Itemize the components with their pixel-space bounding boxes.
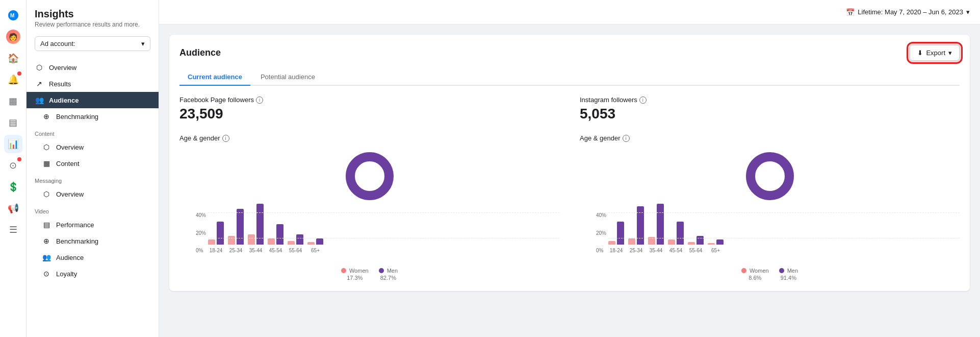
video-benchmarking-icon: ⊕ [42, 237, 51, 245]
facebook-followers-label: Facebook Page followers i [179, 96, 559, 104]
table-icon[interactable]: ▤ [4, 113, 22, 132]
ig-bar-group-25-34: 25-34 [628, 206, 644, 253]
megaphone-icon[interactable]: 📢 [4, 199, 22, 218]
sidebar-item-performance[interactable]: ▤ Performance [27, 216, 159, 233]
bar-label-25-34: 25-34 [229, 248, 243, 253]
loyalty-icon: ⊙ [42, 270, 51, 278]
ig-y-axis-20: 20% [596, 230, 606, 236]
chevron-down-icon: ▾ [948, 49, 952, 57]
dollar-icon[interactable]: 💲 [4, 178, 22, 196]
video-audience-icon: 👥 [42, 253, 51, 261]
sidebar-item-loyalty[interactable]: ⊙ Loyalty [27, 266, 159, 282]
grid-icon[interactable]: ▦ [4, 92, 22, 110]
facebook-followers-value: 23,509 [179, 106, 559, 122]
instagram-followers-value: 5,053 [580, 106, 960, 122]
home-icon[interactable]: 🏠 [4, 49, 22, 67]
svg-text:M: M [10, 13, 14, 18]
bell-icon[interactable]: 🔔 [4, 70, 22, 89]
bar-group-45-54: 45-54 [268, 224, 283, 253]
avatar-icon[interactable]: 🧑 [4, 28, 22, 46]
instagram-age-gender-label: Age & gender i [580, 134, 960, 142]
nav-section-messaging: Messaging ⬡ Overview [27, 174, 159, 202]
sidebar-item-content-overview[interactable]: ⬡ Overview [27, 139, 159, 155]
sidebar-item-benchmarking[interactable]: ⊕ Benchmarking [27, 108, 159, 125]
export-label: Export [926, 49, 945, 57]
facebook-metric: Facebook Page followers i 23,509 [179, 96, 559, 122]
date-range-selector[interactable]: 📅 Lifetime: May 7, 2020 – Jun 6, 2023 ▾ [846, 8, 970, 16]
tab-potential-audience[interactable]: Potential audience [252, 69, 323, 86]
ig-y-axis-0: 0% [596, 248, 606, 253]
ad-account-selector[interactable]: Ad account: ▾ [35, 36, 150, 51]
ig-bar-group-45-54: 45-54 [668, 222, 684, 253]
menu-icon[interactable]: ☰ [4, 221, 22, 239]
chart-icon[interactable]: 📊 [4, 135, 22, 153]
sidebar-item-video-audience[interactable]: 👥 Audience [27, 249, 159, 266]
instagram-age-gender-info-icon[interactable]: i [623, 135, 630, 142]
card-header: Audience ⬇ Export ▾ [179, 45, 960, 61]
benchmarking-icon: ⊕ [42, 112, 51, 121]
main-wrapper: 📅 Lifetime: May 7, 2020 – Jun 6, 2023 ▾ … [159, 0, 980, 337]
circle-icon[interactable]: ⊙ [4, 156, 22, 175]
facebook-donut-container [179, 148, 559, 204]
top-bar: 📅 Lifetime: May 7, 2020 – Jun 6, 2023 ▾ [159, 0, 980, 25]
sidebar-item-messaging-overview[interactable]: ⬡ Overview [27, 186, 159, 202]
facebook-age-gender-label: Age & gender i [179, 134, 559, 142]
charts-row: Age & gender i [179, 134, 960, 281]
export-button[interactable]: ⬇ Export ▾ [910, 45, 960, 61]
legend-women: Women 17.3% [341, 268, 369, 281]
nav-section-video: Video ▤ Performance ⊕ Benchmarking 👥 Aud… [27, 204, 159, 282]
sidebar-item-results[interactable]: ↗ Results [27, 76, 159, 92]
svg-point-6 [756, 162, 784, 190]
sidebar-item-video-benchmarking[interactable]: ⊕ Benchmarking [27, 233, 159, 249]
messaging-icon: ⬡ [42, 190, 51, 198]
ig-women-dot [741, 268, 746, 273]
sidebar-subtitle: Review performance results and more. [35, 21, 150, 28]
bar-group-25-34: 25-34 [228, 209, 244, 253]
calendar-icon: 📅 [846, 8, 855, 16]
sidebar-item-overview[interactable]: ⬡ Overview [27, 59, 159, 76]
ig-bar-label-65plus: 65+ [711, 248, 720, 253]
bar-label-55-64: 55-64 [289, 248, 302, 253]
audience-icon: 👥 [35, 96, 44, 104]
instagram-info-icon[interactable]: i [639, 97, 647, 104]
ig-bar-label-18-24: 18-24 [610, 248, 623, 253]
ig-bar-group-18-24: 18-24 [608, 222, 624, 253]
sidebar-item-label: Audience [56, 254, 84, 261]
bar-group-65plus: 65+ [307, 238, 323, 253]
card-title: Audience [179, 47, 221, 58]
sidebar-item-content[interactable]: ▦ Content [27, 155, 159, 172]
facebook-info-icon[interactable]: i [256, 97, 263, 104]
instagram-metric: Instagram followers i 5,053 [580, 96, 960, 122]
bar-label-35-44: 35-44 [249, 248, 263, 253]
section-label-content: Content [27, 127, 159, 139]
bar-label-45-54: 45-54 [269, 248, 282, 253]
ig-bar-group-35-44: 35-44 [648, 204, 664, 253]
instagram-donut-chart [742, 148, 798, 204]
facebook-chart-section: Age & gender i [179, 134, 559, 281]
women-dot [341, 268, 346, 273]
ig-men-dot [779, 268, 784, 273]
meta-logo-icon: M [4, 6, 22, 25]
audience-card: Audience ⬇ Export ▾ Current audience Pot… [169, 35, 970, 291]
date-range-label: Lifetime: May 7, 2020 – Jun 6, 2023 [858, 8, 963, 16]
facebook-bar-chart-wrapper: 40% 20% 0% [179, 212, 559, 263]
bar-group-55-64: 55-64 [288, 234, 303, 253]
sidebar-item-label: Audience [49, 97, 79, 104]
sidebar-item-audience[interactable]: 👥 Audience [27, 92, 159, 108]
bar-group-18-24: 18-24 [208, 222, 224, 253]
ig-bar-label-35-44: 35-44 [650, 248, 663, 253]
y-axis-0: 0% [196, 248, 206, 253]
sidebar-item-label: Results [49, 80, 71, 88]
instagram-bar-chart-wrapper: 40% 20% 0% 18-24 [580, 212, 960, 263]
bar-group-35-44: 35-44 [248, 204, 264, 253]
facebook-age-gender-info-icon[interactable]: i [222, 135, 229, 142]
bar-label-65plus: 65+ [311, 248, 320, 253]
sidebar-item-label: Benchmarking [56, 113, 98, 121]
instagram-legend: Women 8.6% Men 91.4% [580, 268, 960, 281]
ig-bar-label-45-54: 45-54 [669, 248, 683, 253]
sidebar-item-label: Performance [56, 221, 94, 229]
ig-y-axis-40: 40% [596, 212, 606, 218]
metrics-row: Facebook Page followers i 23,509 Instagr… [179, 96, 960, 122]
sidebar-title: Insights [35, 8, 150, 20]
tab-current-audience[interactable]: Current audience [179, 69, 250, 86]
